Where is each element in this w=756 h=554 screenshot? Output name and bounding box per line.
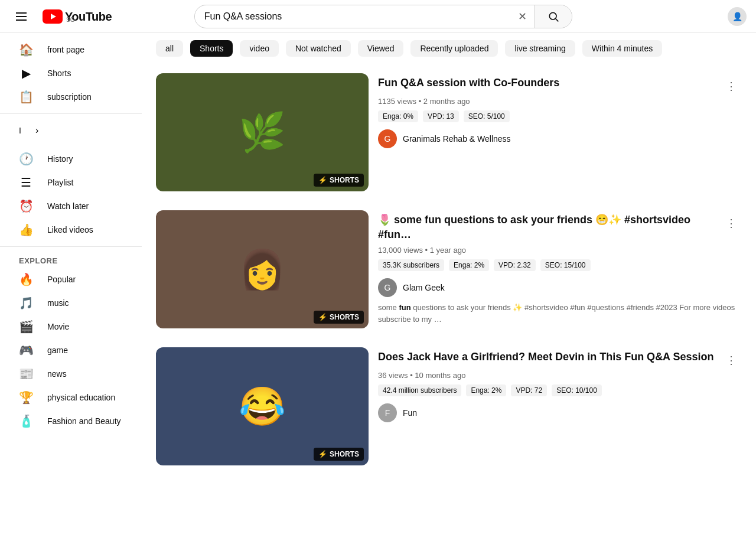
channel-name-video-1[interactable]: Granimals Rehab & Wellness [403,134,511,144]
sidebar-item-physical-education[interactable]: 🏆 physical education [5,386,137,409]
svg-line-3 [556,18,559,21]
video-tag: SEO: 10/100 [552,384,602,396]
more-options-button-video-1[interactable]: ⋮ [721,76,742,97]
channel-name-video-3[interactable]: Fun [403,408,417,418]
movie-icon: 🎬 [19,320,33,334]
physical-education-icon: 🏆 [19,390,33,405]
filter-chip-video[interactable]: video [240,40,278,57]
front-page-icon: 🏠 [19,43,33,57]
video-tags-video-3: 42.4 million subscribersEnga: 2%VPD: 72S… [378,384,742,396]
video-meta-video-1: 1135 views • 2 months ago [378,97,742,106]
sidebar-item-subscription[interactable]: 📋 subscription [5,85,137,109]
menu-button[interactable] [9,5,33,28]
channel-info-video-1: G Granimals Rehab & Wellness [378,129,742,148]
video-thumbnail-video-3[interactable]: 😂 ⚡ SHORTS [156,347,369,465]
app: YouTube SG ✕ 👤 🏠 front page ▶ Shorts 📋 [0,0,756,554]
video-tag: Enga: 2% [449,259,489,271]
shorts-lightning-icon: ⚡ [318,176,327,184]
sidebar-library-section: 🕐 History ☰ Playlist ⏰ Watch later 👍 Lik… [0,147,142,242]
search-icon [548,11,559,22]
history-icon: 🕐 [19,152,33,166]
search-clear-button[interactable]: ✕ [511,5,535,28]
sidebar-item-music[interactable]: 🎵 music [5,291,137,315]
video-info-video-3: Does Jack Have a Girlfriend? Meet Devin … [378,347,742,427]
hamburger-icon [16,12,27,21]
video-meta-video-3: 36 views • 10 months ago [378,371,742,380]
channel-avatar-video-1[interactable]: G [378,129,397,148]
video-info-video-1: Fun Q&A session with Co-Founders ⋮ 1135 … [378,73,742,153]
logo-country: SG [66,17,112,23]
channel-info-video-2: G Glam Geek [378,278,742,297]
search-button[interactable] [535,5,572,28]
video-thumbnail-video-1[interactable]: 🌿 ⚡ SHORTS [156,73,369,191]
sidebar-item-front-page[interactable]: 🏠 front page [5,38,137,61]
popular-icon: 🔥 [19,272,33,286]
video-title-video-1[interactable]: Fun Q&A session with Co-Founders [378,76,559,90]
sidebar-item-popular[interactable]: 🔥 Popular [5,268,137,291]
shorts-badge-label: SHORTS [330,450,359,458]
watch-later-icon: ⏰ [19,199,33,213]
sidebar-item-watch-later[interactable]: ⏰ Watch later [5,194,137,218]
youtube-logo-icon [43,9,63,24]
sidebar-item-history[interactable]: 🕐 History [5,147,137,171]
video-tag: 42.4 million subscribers [378,384,461,396]
shorts-lightning-icon: ⚡ [318,313,327,321]
sidebar-item-label-front-page: front page [47,45,84,54]
sidebar-item-label-movie: Movie [47,322,69,331]
sidebar-item-playlist[interactable]: ☰ Playlist [5,171,137,194]
subscription-icon: 📋 [19,90,33,104]
sidebar-collapse-label: I [19,126,21,135]
video-item: 😂 ⚡ SHORTS Does Jack Have a Girlfriend? … [156,338,742,475]
more-options-button-video-3[interactable]: ⋮ [721,350,742,371]
music-icon: 🎵 [19,296,33,310]
channel-avatar-video-3[interactable]: F [378,403,397,422]
sidebar-item-shorts[interactable]: ▶ Shorts [5,61,137,85]
filter-chip-recently-uploaded[interactable]: Recently uploaded [410,40,498,57]
sidebar-item-label-liked-videos: Liked videos [47,225,93,234]
sidebar-item-fashion-beauty[interactable]: 🧴 Fashion and Beauty [5,409,137,433]
video-tag: VPD: 13 [423,110,459,122]
filter-chip-live-streaming[interactable]: live streaming [505,40,575,57]
video-tags-video-2: 35.3K subscribersEnga: 2%VPD: 2.32SEO: 1… [378,259,742,271]
filter-chip-within-4-minutes[interactable]: Within 4 minutes [582,40,662,57]
sidebar-item-label-playlist: Playlist [47,178,73,187]
video-item: 🌿 ⚡ SHORTS Fun Q&A session with Co-Found… [156,64,742,201]
shorts-icon: ▶ [19,66,33,80]
playlist-icon: ☰ [19,175,33,190]
sidebar-item-news[interactable]: 📰 news [5,362,137,386]
channel-name-video-2[interactable]: Glam Geek [403,283,445,292]
video-title-video-2[interactable]: 🌷 some fun questions to ask your friends… [378,213,721,242]
svg-point-2 [550,12,557,19]
fashion-beauty-icon: 🧴 [19,414,33,428]
sidebar-item-movie[interactable]: 🎬 Movie [5,315,137,338]
filter-chip-all[interactable]: all [156,40,183,57]
filter-chip-viewed[interactable]: Viewed [358,40,404,57]
explore-label: explore [0,252,142,268]
shorts-badge-video-3: ⚡ SHORTS [314,448,364,461]
more-options-button-video-2[interactable]: ⋮ [721,213,742,234]
search-bar: ✕ [194,5,572,28]
sidebar-item-label-subscription: subscription [47,92,92,102]
news-icon: 📰 [19,367,33,381]
video-item-header-video-2: 🌷 some fun questions to ask your friends… [378,213,742,246]
filter-bar: allShortsvideoNot watchedViewedRecently … [156,33,742,64]
sidebar-item-label-fashion-beauty: Fashion and Beauty [47,416,121,426]
video-thumbnail-video-2[interactable]: 👩 ⚡ SHORTS [156,210,369,328]
video-tag: Enga: 0% [378,110,418,122]
video-title-video-3[interactable]: Does Jack Have a Girlfriend? Meet Devin … [378,350,714,364]
video-tag: Enga: 2% [466,384,506,396]
channel-avatar-video-2[interactable]: G [378,278,397,297]
video-item-header-video-1: Fun Q&A session with Co-Founders ⋮ [378,76,742,97]
sidebar-item-label-shorts: Shorts [47,69,71,78]
filter-chip-shorts[interactable]: Shorts [190,40,233,57]
content-area: allShortsvideoNot watchedViewedRecently … [142,33,756,554]
logo[interactable]: YouTube SG [43,9,112,24]
video-tags-video-1: Enga: 0%VPD: 13SEO: 5/100 [378,110,742,122]
video-tag: 35.3K subscribers [378,259,444,271]
filter-chip-not-watched[interactable]: Not watched [286,40,351,57]
user-avatar[interactable]: 👤 [728,7,747,26]
sidebar-item-liked-videos[interactable]: 👍 Liked videos [5,218,137,242]
sidebar-collapse-button[interactable]: I › [5,119,137,142]
sidebar-item-game[interactable]: 🎮 game [5,338,137,362]
search-input[interactable] [195,11,511,22]
